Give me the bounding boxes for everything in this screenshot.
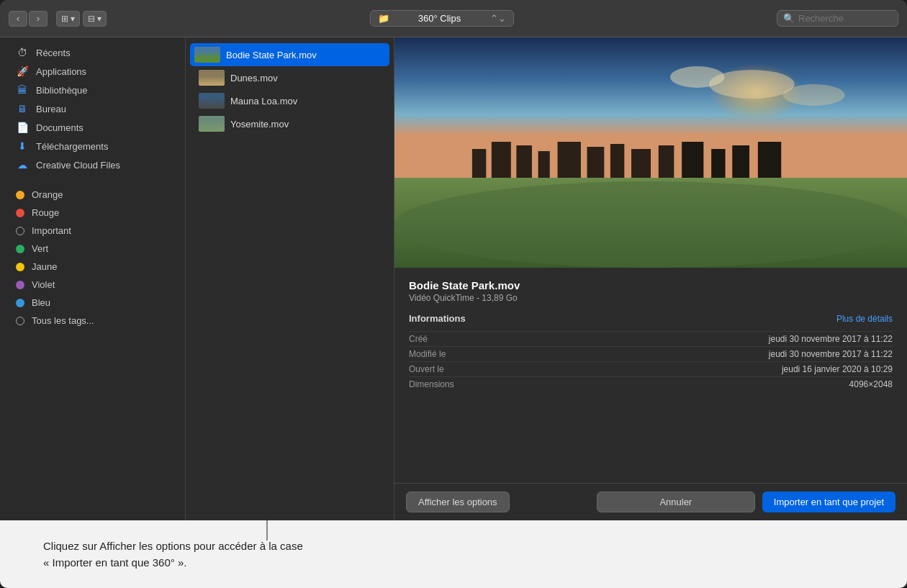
sidebar-item-applications[interactable]: 🚀 Applications xyxy=(4,62,181,81)
file-item-bodie[interactable]: Bodie State Park.mov xyxy=(190,43,389,66)
jaune-dot xyxy=(16,263,24,271)
location-label: 360° Clips xyxy=(418,13,461,24)
svg-point-19 xyxy=(394,181,907,268)
view-buttons: ⊞ ▾ ⊟ ▾ xyxy=(56,11,107,27)
more-details-link[interactable]: Plus de détails xyxy=(836,314,893,324)
info-val-ouvert: jeudi 16 janvier 2020 à 10:29 xyxy=(782,364,893,374)
info-row-ouvert: Ouvert le jeudi 16 janvier 2020 à 10:29 xyxy=(409,361,893,376)
cancel-button[interactable]: Annuler xyxy=(597,492,755,512)
file-thumb-mauna xyxy=(199,93,225,109)
sidebar-tag-jaune[interactable]: Jaune xyxy=(4,258,181,276)
finder-dialog: ‹ › ⊞ ▾ ⊟ ▾ 📁 360° Clips ⌃⌄ xyxy=(0,0,907,588)
sidebar-tag-vert-label: Vert xyxy=(32,243,48,254)
sidebar-tag-violet[interactable]: Violet xyxy=(4,276,181,294)
sidebar-tag-vert[interactable]: Vert xyxy=(4,240,181,258)
sidebar-item-recents-label: Récents xyxy=(36,48,71,58)
search-icon: 🔍 xyxy=(783,13,795,24)
svg-rect-17 xyxy=(732,145,749,178)
sidebar-item-creative-cloud[interactable]: ☁ Creative Cloud Files xyxy=(4,155,181,174)
info-key-dimensions: Dimensions xyxy=(409,379,454,389)
sidebar-item-documents-label: Documents xyxy=(36,122,84,133)
sidebar-item-bureau-label: Bureau xyxy=(36,104,66,114)
applications-icon: 🚀 xyxy=(16,65,29,77)
import-button[interactable]: Importer en tant que projet xyxy=(762,492,895,512)
important-dot xyxy=(16,227,24,235)
file-name-yosemite: Yosemite.mov xyxy=(230,119,289,130)
show-options-button[interactable]: Afficher les options xyxy=(406,492,510,512)
bottom-toolbar: Afficher les options Annuler Importer en… xyxy=(394,483,907,520)
svg-point-4 xyxy=(782,84,844,106)
preview-svg xyxy=(394,37,907,268)
sidebar-tag-orange[interactable]: Orange xyxy=(4,186,181,204)
location-chevron-icon: ⌃⌄ xyxy=(490,13,506,24)
sidebar-item-telechargements-label: Téléchargements xyxy=(36,141,108,152)
file-list-panel: Bodie State Park.mov Dunes.mov Mauna Loa… xyxy=(186,37,394,520)
file-item-dunes[interactable]: Dunes.mov xyxy=(190,66,389,89)
info-key-modifie: Modifié le xyxy=(409,349,446,359)
sidebar-tag-important-label: Important xyxy=(32,225,71,236)
file-thumb-dunes xyxy=(199,70,225,86)
info-header: Informations Plus de détails xyxy=(409,313,893,324)
info-val-cree: jeudi 30 novembre 2017 à 11:22 xyxy=(769,334,893,344)
sidebar-tag-bleu[interactable]: Bleu xyxy=(4,294,181,312)
column-view-icon: ⊞ xyxy=(61,14,68,24)
vert-dot xyxy=(16,245,24,253)
svg-rect-8 xyxy=(516,145,532,178)
sidebar-item-bureau[interactable]: 🖥 Bureau xyxy=(4,99,181,118)
back-button[interactable]: ‹ xyxy=(9,11,27,27)
info-val-modifie: jeudi 30 novembre 2017 à 11:22 xyxy=(769,349,893,359)
sidebar-item-recents[interactable]: ⏱ Récents xyxy=(4,43,181,62)
sidebar-tag-rouge-label: Rouge xyxy=(32,207,59,218)
sidebar-tag-important[interactable]: Important xyxy=(4,222,181,240)
action-buttons: Annuler Importer en tant que projet xyxy=(597,492,895,512)
file-name-dunes: Dunes.mov xyxy=(230,73,278,83)
preview-panel: Bodie State Park.mov Vidéo QuickTime - 1… xyxy=(394,37,907,520)
info-row-dimensions: Dimensions 4096×2048 xyxy=(409,376,893,392)
svg-rect-6 xyxy=(472,149,486,178)
grid-view-chevron: ▾ xyxy=(97,14,101,24)
bibliotheque-icon: 🏛 xyxy=(16,84,29,96)
sidebar-item-telechargements[interactable]: ⬇ Téléchargements xyxy=(4,137,181,155)
preview-subtitle: Vidéo QuickTime - 13,89 Go xyxy=(409,293,893,303)
nav-buttons: ‹ › xyxy=(9,11,48,27)
svg-rect-7 xyxy=(492,142,511,178)
preview-info: Bodie State Park.mov Vidéo QuickTime - 1… xyxy=(394,268,907,483)
sidebar-tag-bleu-label: Bleu xyxy=(32,297,50,308)
preview-title: Bodie State Park.mov xyxy=(409,279,893,291)
file-thumb-bodie xyxy=(194,47,220,63)
sidebar-item-creative-cloud-label: Creative Cloud Files xyxy=(36,160,120,171)
tooltip-text: Cliquez sur Afficher les options pour ac… xyxy=(43,538,303,571)
column-view-button[interactable]: ⊞ ▾ xyxy=(56,11,80,27)
location-selector[interactable]: 📁 360° Clips ⌃⌄ xyxy=(370,10,514,27)
svg-rect-9 xyxy=(538,151,550,178)
sidebar-tag-rouge[interactable]: Rouge xyxy=(4,204,181,222)
svg-rect-12 xyxy=(610,144,624,178)
recents-icon: ⏱ xyxy=(16,47,29,58)
sidebar-tag-tous[interactable]: Tous les tags... xyxy=(4,312,181,330)
sidebar-item-applications-label: Applications xyxy=(36,66,86,77)
search-input[interactable] xyxy=(798,13,892,24)
creative-cloud-icon: ☁ xyxy=(16,159,29,171)
svg-rect-11 xyxy=(587,147,605,178)
telechargements-icon: ⬇ xyxy=(16,140,29,152)
tooltip-section: Cliquez sur Afficher les options pour ac… xyxy=(0,520,907,589)
sidebar-item-bibliotheque[interactable]: 🏛 Bibliothèque xyxy=(4,81,181,99)
sidebar-item-documents[interactable]: 📄 Documents xyxy=(4,118,181,137)
sidebar-tag-tous-label: Tous les tags... xyxy=(32,315,94,326)
info-val-dimensions: 4096×2048 xyxy=(849,379,893,389)
svg-point-3 xyxy=(670,66,725,88)
tooltip-connector xyxy=(266,520,268,540)
file-item-mauna-loa[interactable]: Mauna Loa.mov xyxy=(190,89,389,112)
dialog-main: ‹ › ⊞ ▾ ⊟ ▾ 📁 360° Clips ⌃⌄ xyxy=(0,0,907,520)
grid-view-button[interactable]: ⊟ ▾ xyxy=(83,11,107,27)
folder-icon: 📁 xyxy=(378,13,389,24)
forward-button[interactable]: › xyxy=(29,11,48,27)
file-item-yosemite[interactable]: Yosemite.mov xyxy=(190,112,389,135)
svg-rect-14 xyxy=(659,145,674,178)
svg-rect-18 xyxy=(758,142,781,178)
sidebar-tag-violet-label: Violet xyxy=(32,279,55,290)
info-section-label: Informations xyxy=(409,313,466,324)
sidebar-tag-jaune-label: Jaune xyxy=(32,261,57,272)
bleu-dot xyxy=(16,299,24,307)
bureau-icon: 🖥 xyxy=(16,103,29,114)
